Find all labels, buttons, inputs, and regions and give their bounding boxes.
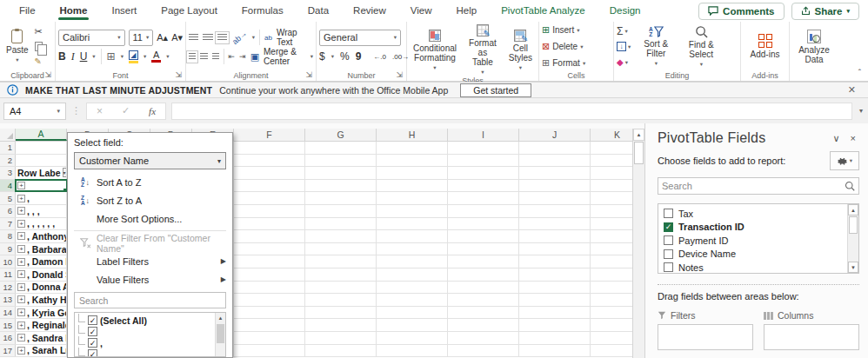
decrease-font-button[interactable]: A▾ [171,32,183,43]
ribbon-tab[interactable]: Insert [101,1,147,21]
drag-handle-icon[interactable]: ⋮ [71,105,81,116]
cell-a[interactable]: , Donna Al ▾ [16,282,67,294]
cell-a[interactable]: Row Labe ▾ [16,167,67,179]
clear-filter-item[interactable]: Clear Filter From "Customer Name" [74,234,226,252]
tools-button[interactable]: ▾ [830,151,859,170]
share-button[interactable]: Share ▾ [791,3,859,20]
expand-icon[interactable] [17,322,25,329]
analyze-data-button[interactable]: Analyze Data [792,29,836,65]
ribbon-tab[interactable]: View [400,1,443,21]
empty-cells[interactable] [233,192,644,204]
cancel-icon[interactable]: × [97,105,103,117]
merge-center-button[interactable]: Merge & Center [264,47,306,66]
empty-cells[interactable] [233,142,644,154]
row-header[interactable]: 9 [0,243,16,255]
copy-button[interactable]: ▾ [35,41,47,53]
comma-style-button[interactable]: 9 [356,50,362,63]
field-list-scrollbar[interactable]: ▲ ▼ [847,204,858,273]
align-right-icon[interactable] [212,53,219,61]
enter-icon[interactable]: ✓ [122,105,130,116]
column-header[interactable]: H [377,129,448,141]
decrease-indent-button[interactable]: ⇤ [229,52,236,61]
format-as-table-button[interactable]: Format as Table▾ [465,23,500,76]
underline-button[interactable]: U [80,50,88,63]
row-header[interactable]: 11 [0,268,16,281]
ribbon-tab[interactable]: Page Layout [150,1,228,21]
scroll-up-icon[interactable]: ▲ [633,129,644,141]
expand-icon[interactable] [17,334,25,341]
sort-z-to-a-item[interactable]: ZA↓ Sort Z to A [74,191,226,209]
fill-color-button[interactable]: ◢ [129,50,138,63]
filter-search-input[interactable] [74,292,226,308]
checkbox[interactable] [664,235,673,245]
font-family-combo[interactable]: Calibri▾ [58,30,125,46]
filter-value-item[interactable] [78,326,213,337]
field-item[interactable]: Tax [664,207,845,221]
select-all-corner[interactable] [0,129,16,141]
cell-a[interactable]: , Kyria Gor ▾ [16,307,67,319]
ribbon-tab[interactable]: Data [297,1,339,21]
cell-a[interactable]: , Reginald ▾ [16,319,67,331]
empty-cells[interactable] [233,294,644,306]
cell-a[interactable]: , Damon K ▾ [16,255,67,268]
cell-a[interactable]: , ▾ [16,192,67,204]
field-item[interactable]: Transaction ID [664,221,845,235]
cell-a[interactable]: , , , , , , ▾ [16,218,67,230]
clear-button[interactable]: ◆▾ [617,56,631,69]
conditional-formatting-button[interactable]: Conditional Formatting▾ [410,29,460,72]
row-header[interactable]: 13 [0,294,16,306]
value-filters-item[interactable]: Value Filters▶ [74,270,226,288]
ribbon-tab[interactable]: Formulas [231,1,294,21]
checkbox[interactable] [664,209,673,218]
column-header[interactable]: I [448,129,519,141]
align-top-icon[interactable] [189,34,198,42]
row-header[interactable]: 16 [0,332,16,344]
increase-decimal-button[interactable]: ←.0 [373,53,386,61]
column-header[interactable]: J [519,129,591,141]
row-header[interactable]: 1 [0,142,16,154]
paste-button[interactable]: Paste▾ [3,29,32,64]
empty-cells[interactable] [233,268,644,281]
expand-icon[interactable] [17,245,25,253]
empty-cells[interactable] [233,230,644,242]
expand-icon[interactable] [17,283,25,291]
cut-button[interactable]: ✂ [35,26,47,38]
ribbon-tab[interactable]: Design [599,1,651,21]
bold-button[interactable]: B [58,50,66,63]
filter-list-scrollbar[interactable]: ▲ [215,313,225,356]
insert-cells-button[interactable]: ⊞Insert▾ [542,23,585,36]
fill-button[interactable]: ↓▾ [617,41,631,53]
scrollbar-thumb[interactable] [849,216,858,234]
row-header[interactable]: 14 [0,307,16,319]
filter-value-item[interactable]: (Select All) [78,315,213,326]
cell-a[interactable]: , Sandra Fa ▾ [16,332,67,344]
expand-icon[interactable] [17,270,25,278]
increase-font-button[interactable]: A▴ [157,32,168,43]
empty-cells[interactable] [233,218,644,230]
delete-cells-button[interactable]: ⊠Delete▾ [542,40,585,53]
name-box[interactable]: A4 ▾ [3,103,66,120]
autosum-button[interactable]: Σ▾ [617,25,631,37]
font-size-combo[interactable]: 11▾ [129,30,154,46]
orientation-button[interactable]: ab→ [230,29,249,46]
cell-a[interactable]: , Donald S ▾ [16,268,67,281]
field-item[interactable]: Notes [664,261,845,274]
borders-button[interactable]: ⊞ [107,50,116,63]
cell-a[interactable]: , , , ▾ [16,205,67,217]
ribbon-tab[interactable]: Home [50,1,98,21]
align-middle-icon[interactable] [203,34,212,42]
align-left-icon[interactable] [189,53,196,61]
fields-search-input[interactable] [662,181,845,191]
cell-a[interactable]: , Barbara D ▾ [16,243,67,255]
row-header[interactable]: 17 [0,345,16,357]
label-filters-item[interactable]: Label Filters▶ [74,252,226,270]
scroll-up-icon[interactable]: ▲ [848,204,858,215]
column-header[interactable]: G [305,129,377,141]
expand-formula-bar-icon[interactable]: ▾ [858,107,865,115]
empty-cells[interactable] [233,282,644,294]
checkbox[interactable] [664,222,673,232]
filter-value-item[interactable]: , , , [78,348,213,357]
expand-icon[interactable] [17,207,25,215]
format-painter-button[interactable]: ✎ [35,56,47,68]
expand-icon[interactable] [17,232,25,240]
